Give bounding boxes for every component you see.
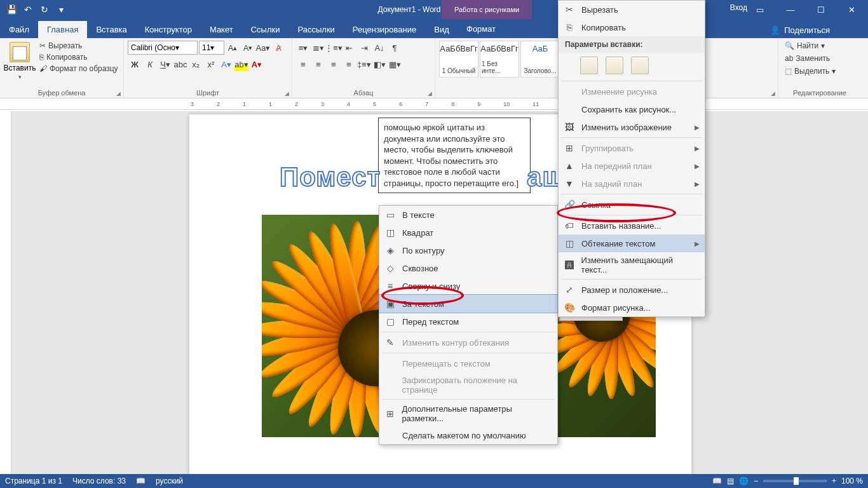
minimize-icon[interactable]: —: [776, 0, 804, 19]
view-print-icon[interactable]: ▤: [727, 477, 734, 485]
bullets-icon[interactable]: ≡▾: [296, 41, 310, 55]
wrap-set-default[interactable]: Сделать макетом по умолчанию: [379, 426, 557, 444]
format-painter-button[interactable]: 🖌Формат по образцу: [38, 64, 119, 74]
ctx-save-as-picture[interactable]: Сохранить как рисунок...: [559, 100, 705, 118]
ctx-change-image[interactable]: 🖼Изменить изображение▶: [559, 118, 705, 136]
status-proofing-icon[interactable]: 📖: [136, 477, 146, 485]
shrink-font-icon[interactable]: A▾: [241, 41, 255, 55]
copy-button[interactable]: ⎘Копировать: [38, 52, 119, 62]
numbering-icon[interactable]: ≣▾: [311, 41, 325, 55]
share-button[interactable]: 👤 Поделиться: [770, 25, 830, 35]
font-size-select[interactable]: 11 ▾: [199, 41, 224, 55]
wrap-square[interactable]: ◫Квадрат: [379, 224, 557, 241]
tab-view[interactable]: Вид: [425, 21, 458, 38]
ctx-link[interactable]: 🔗Ссылка: [559, 196, 705, 214]
strike-icon[interactable]: abc: [173, 57, 187, 71]
zoom-slider[interactable]: [763, 480, 827, 482]
ctx-cut[interactable]: ✂Вырезать: [559, 1, 705, 18]
save-icon[interactable]: 💾: [4, 2, 19, 17]
qat-dropdown-icon[interactable]: ▾: [53, 2, 69, 17]
wrap-inline[interactable]: ▭В тексте: [379, 206, 557, 224]
superscript-icon[interactable]: x²: [204, 57, 218, 71]
replace-button[interactable]: abЗаменить: [782, 53, 838, 64]
ribbon-options-icon[interactable]: ▭: [746, 0, 774, 19]
grow-font-icon[interactable]: A▴: [226, 41, 240, 55]
paste-option-2-icon[interactable]: [606, 57, 623, 74]
justify-icon[interactable]: ≡: [342, 57, 356, 71]
tab-format[interactable]: Формат: [458, 19, 505, 38]
wrap-topbottom[interactable]: ≡Сверху и снизу: [379, 277, 557, 295]
zoom-in-icon[interactable]: +: [832, 477, 836, 485]
find-button[interactable]: 🔍Найти ▾: [782, 41, 838, 51]
tab-review[interactable]: Рецензирование: [344, 21, 425, 38]
status-word-count[interactable]: Число слов: 33: [72, 477, 126, 485]
ruler-vertical[interactable]: [0, 111, 11, 474]
bold-icon[interactable]: Ж: [128, 57, 142, 71]
tab-insert[interactable]: Вставка: [87, 21, 135, 38]
highlight-icon[interactable]: ab▾: [234, 57, 248, 71]
chevron-down-icon[interactable]: ▾: [18, 74, 22, 80]
align-right-icon[interactable]: ≡: [327, 57, 341, 71]
underline-icon[interactable]: Ч▾: [158, 57, 172, 71]
indent-inc-icon[interactable]: ⇥: [357, 41, 371, 55]
ctx-format-picture[interactable]: 🎨Формат рисунка...: [559, 299, 705, 316]
paste-option-1-icon[interactable]: [580, 57, 598, 74]
style-heading1[interactable]: АаБЗаголово...: [520, 41, 560, 78]
wrap-behind[interactable]: ▣За текстом: [379, 294, 558, 313]
ruler-horizontal[interactable]: 3 2 1 1 2 3 4 5 6 7 8 9 10 11 12 13: [0, 98, 868, 110]
ctx-copy[interactable]: ⎘Копировать: [559, 18, 705, 36]
show-marks-icon[interactable]: ¶: [388, 41, 402, 55]
font-color-icon[interactable]: A▾: [250, 57, 264, 71]
login-link[interactable]: Вход: [730, 3, 747, 12]
ctx-alt-text[interactable]: 🅰Изменить замещающий текст...: [559, 252, 705, 278]
style-normal[interactable]: АаБбВвГг1 Обычный: [439, 41, 478, 78]
tab-layout[interactable]: Макет: [201, 21, 242, 38]
paste-option-3-icon[interactable]: [631, 57, 649, 74]
status-page[interactable]: Страница 1 из 1: [5, 477, 62, 485]
status-language[interactable]: русский: [156, 477, 183, 485]
maximize-icon[interactable]: ☐: [807, 0, 835, 19]
wrap-tight[interactable]: ◈По контуру: [379, 241, 557, 259]
ctx-insert-caption[interactable]: 🏷Вставить название...: [559, 217, 705, 234]
line-spacing-icon[interactable]: ‡≡▾: [357, 57, 371, 71]
italic-icon[interactable]: К: [143, 57, 157, 71]
font-name-select[interactable]: Calibri (Осно ▾: [128, 41, 198, 55]
zoom-out-icon[interactable]: −: [754, 477, 758, 485]
paste-button[interactable]: Вставить ▾: [4, 41, 36, 81]
indent-dec-icon[interactable]: ⇤: [342, 41, 356, 55]
align-center-icon[interactable]: ≡: [311, 57, 325, 71]
ctx-wrap-text[interactable]: ◫Обтекание текстом▶: [559, 234, 705, 252]
ctx-size-position[interactable]: ⤢Размер и положение...: [559, 281, 705, 299]
multilevel-icon[interactable]: ⋮≡▾: [327, 41, 341, 55]
clear-format-icon[interactable]: A̷: [271, 41, 285, 55]
cut-button[interactable]: ✂Вырезать: [38, 41, 119, 51]
text-effects-icon[interactable]: A▾: [219, 57, 233, 71]
close-icon[interactable]: ✕: [837, 0, 865, 19]
tab-references[interactable]: Ссылки: [242, 21, 289, 38]
subscript-icon[interactable]: x₂: [189, 57, 203, 71]
borders-icon[interactable]: ▦▾: [388, 57, 402, 71]
zoom-thumb[interactable]: [794, 477, 799, 485]
shading-icon[interactable]: ◧▾: [372, 57, 386, 71]
undo-icon[interactable]: ↶: [20, 2, 36, 17]
wrap-infront[interactable]: ▢Перед текстом: [379, 313, 557, 330]
change-case-icon[interactable]: Aa▾: [256, 41, 270, 55]
dialog-launcher-icon[interactable]: ◢: [285, 90, 289, 97]
dialog-launcher-icon[interactable]: ◢: [116, 90, 121, 97]
zoom-level[interactable]: 100 %: [841, 477, 863, 485]
tab-home[interactable]: Главная: [38, 21, 87, 38]
wrap-more-options[interactable]: ⊞Дополнительные параметры разметки...: [379, 401, 557, 426]
redo-icon[interactable]: ↻: [37, 2, 52, 17]
view-web-icon[interactable]: 🌐: [739, 477, 749, 485]
select-button[interactable]: ⬚Выделить ▾: [782, 66, 838, 76]
dialog-launcher-icon[interactable]: ◢: [428, 90, 432, 97]
style-nospacing[interactable]: АаБбВвГг1 Без инте...: [480, 41, 519, 78]
dialog-launcher-icon[interactable]: ◢: [771, 90, 775, 97]
sort-icon[interactable]: A↓: [372, 41, 386, 55]
tab-file[interactable]: Файл: [0, 21, 38, 38]
wrap-through[interactable]: ◇Сквозное: [379, 259, 557, 277]
align-left-icon[interactable]: ≡: [296, 57, 310, 71]
tab-design[interactable]: Конструктор: [136, 21, 201, 38]
tab-mailings[interactable]: Рассылки: [288, 21, 343, 38]
view-read-icon[interactable]: 📖: [712, 477, 722, 485]
